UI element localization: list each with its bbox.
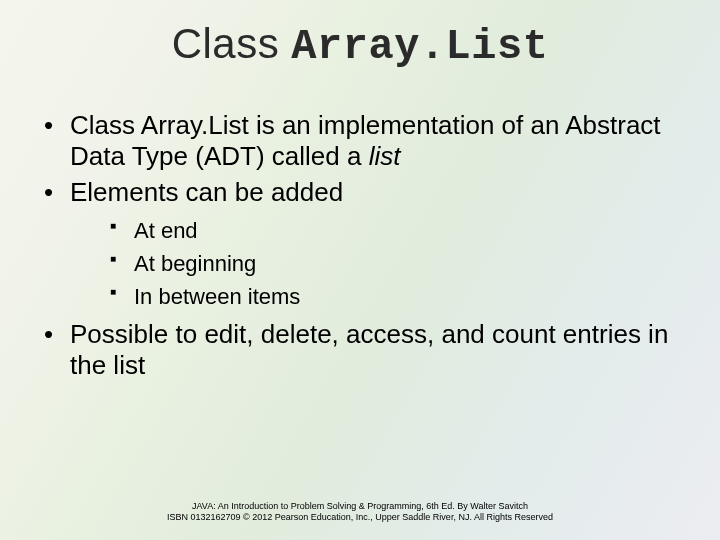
- sub-bullet-list: At end At beginning In between items: [70, 214, 696, 313]
- bullet-1-text: Class Array.List is an implementation of…: [70, 110, 661, 171]
- sub-bullet-3: In between items: [110, 280, 696, 313]
- bullet-item-3: Possible to edit, delete, access, and co…: [36, 319, 696, 380]
- slide-body: Class Array.List is an implementation of…: [36, 110, 696, 386]
- slide-title: Class Array.List: [0, 20, 720, 71]
- sub-bullet-2: At beginning: [110, 247, 696, 280]
- sub-bullet-1: At end: [110, 214, 696, 247]
- bullet-item-1: Class Array.List is an implementation of…: [36, 110, 696, 171]
- slide-footer: JAVA: An Introduction to Problem Solving…: [0, 501, 720, 524]
- bullet-item-2: Elements can be added At end At beginnin…: [36, 177, 696, 313]
- slide: Class Array.List Class Array.List is an …: [0, 0, 720, 540]
- bullet-list: Class Array.List is an implementation of…: [36, 110, 696, 380]
- bullet-2-text: Elements can be added: [70, 177, 343, 207]
- title-word-arraylist: Array.List: [291, 23, 548, 71]
- title-word-class: Class: [172, 20, 280, 67]
- bullet-1-italic: list: [369, 141, 401, 171]
- footer-line-1: JAVA: An Introduction to Problem Solving…: [0, 501, 720, 513]
- footer-line-2: ISBN 0132162709 © 2012 Pearson Education…: [0, 512, 720, 524]
